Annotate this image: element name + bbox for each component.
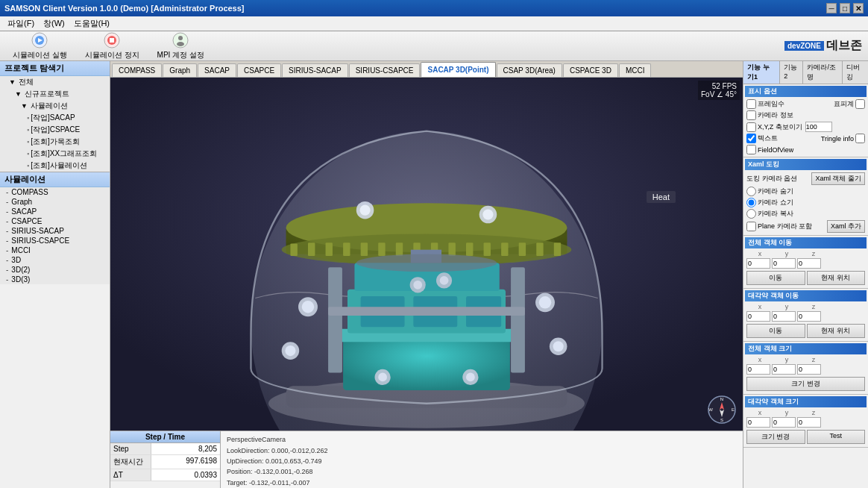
target-move-y[interactable] bbox=[772, 311, 796, 322]
object-size-button[interactable]: 크기 변경 bbox=[746, 377, 865, 391]
svg-text:W: W bbox=[708, 407, 713, 412]
target-move-current-button[interactable]: 현재 위치 bbox=[807, 324, 866, 338]
object-size-y[interactable] bbox=[772, 364, 796, 375]
right-tab-debug[interactable]: 디버깅 bbox=[843, 61, 868, 84]
object-move-y[interactable] bbox=[772, 258, 796, 269]
target-size-y[interactable] bbox=[772, 417, 796, 428]
xaml-add-button[interactable]: Xaml 추가 bbox=[827, 220, 865, 233]
close-button[interactable]: ✕ bbox=[853, 3, 864, 13]
simlist-panel-header[interactable]: 사뮬레이션 bbox=[0, 172, 110, 187]
target-move-z[interactable] bbox=[797, 311, 821, 322]
simlist-item-graph[interactable]: - Graph bbox=[0, 197, 110, 207]
mpi-settings-label: MPI 계정 설정 bbox=[157, 50, 204, 60]
simlist-item-sirius-csapce[interactable]: - SIRIUS-CSAPCE bbox=[0, 236, 110, 245]
osy-header: y bbox=[773, 356, 800, 363]
coord-header-obj-size: x y z bbox=[745, 356, 867, 363]
menu-file[interactable]: 파일(F) bbox=[3, 18, 39, 29]
object-move-current-button[interactable]: 현재 위치 bbox=[807, 271, 866, 285]
checkbox-framerate-input[interactable] bbox=[746, 99, 756, 109]
simlist-item-3d2[interactable]: - 3D(2) bbox=[0, 265, 110, 275]
delta-value: 0.0393 bbox=[151, 469, 220, 481]
menu-window[interactable]: 창(W) bbox=[39, 18, 69, 29]
simlist-3d3-label: 3D(3) bbox=[11, 275, 30, 284]
checkbox-xyz-label: X,Y,Z 축보이기 bbox=[758, 122, 802, 132]
scene-svg: Heat bbox=[110, 78, 743, 431]
simlist-item-3d3[interactable]: - 3D(3) bbox=[0, 275, 110, 284]
tz-header: z bbox=[800, 303, 827, 310]
menu-help[interactable]: 도움말(H) bbox=[69, 18, 114, 29]
svg-rect-41 bbox=[511, 267, 525, 372]
tree-leaf-icon-view2: ▪ bbox=[27, 150, 29, 157]
object-move-title: 전체 객체 이동 bbox=[745, 237, 867, 248]
target-size-z[interactable] bbox=[797, 417, 821, 428]
simlist-item-3d[interactable]: - 3D bbox=[0, 255, 110, 265]
mpi-settings-button[interactable]: MPI 계정 설정 bbox=[151, 29, 211, 63]
object-size-x[interactable] bbox=[746, 364, 770, 375]
tab-mcci[interactable]: MCCI bbox=[619, 63, 652, 77]
tree-item-sacap[interactable]: ▪ [작업]SACAP bbox=[0, 112, 110, 124]
title-bar-controls[interactable]: ─ □ ✕ bbox=[826, 3, 864, 13]
currenttime-label: 현재시간 bbox=[110, 455, 151, 469]
target-size-test-button[interactable]: Test bbox=[807, 430, 866, 444]
simlist-item-sirius-sacap[interactable]: - SIRIUS-SACAP bbox=[0, 226, 110, 236]
target-size-x[interactable] bbox=[746, 417, 770, 428]
svg-point-62 bbox=[466, 373, 475, 382]
object-move-z[interactable] bbox=[797, 258, 821, 269]
step-time-header: Step / Time bbox=[110, 431, 220, 443]
sim-run-button[interactable]: 시뮬레이션 실행 bbox=[6, 29, 74, 63]
radio-hide-camera-label: 카메라 숨기 bbox=[758, 187, 793, 196]
tab-sirius-csapce[interactable]: SIRIUS-CSAPCE bbox=[349, 63, 421, 77]
viewport[interactable]: 52 FPS FoV ∠ 45° bbox=[110, 78, 743, 431]
tree-item-new-project[interactable]: ▼ 신규프로젝트 bbox=[0, 88, 110, 100]
tree-item-cspace[interactable]: ▪ [작업]CSPACE bbox=[0, 124, 110, 136]
maximize-button[interactable]: □ bbox=[840, 3, 850, 13]
tab-sacap-3d-point[interactable]: SACAP 3D(Point) bbox=[421, 62, 495, 77]
tab-graph[interactable]: Graph bbox=[163, 63, 197, 77]
tree-root[interactable]: ▼ 전체 bbox=[0, 76, 110, 88]
object-move-button[interactable]: 이동 bbox=[746, 271, 805, 285]
tree-item-view2[interactable]: ▪ [조회]XX그래프조회 bbox=[0, 148, 110, 160]
object-size-z[interactable] bbox=[797, 364, 821, 375]
simlist-item-mcci[interactable]: - MCCI bbox=[0, 245, 110, 255]
right-tab-2[interactable]: 기능2 bbox=[780, 61, 803, 84]
target-size-coords bbox=[745, 416, 867, 428]
target-move-x[interactable] bbox=[746, 311, 770, 322]
checkbox-surface-input[interactable] bbox=[855, 99, 865, 109]
tab-cspace-3d[interactable]: CSPACE 3D bbox=[563, 63, 618, 77]
right-tab-camera[interactable]: 카메라/조명 bbox=[803, 61, 843, 84]
checkbox-camerainfo-input[interactable] bbox=[746, 110, 756, 120]
tab-compass[interactable]: COMPASS bbox=[112, 63, 162, 77]
tree-item-simulation[interactable]: ▼ 사뮬레이션 bbox=[0, 100, 110, 112]
checkbox-xyz: X,Y,Z 축보이기 bbox=[745, 121, 867, 133]
tab-sirius-sacap[interactable]: SIRIUS-SACAP bbox=[282, 63, 348, 77]
right-tab-1[interactable]: 기능 누기1 bbox=[743, 61, 780, 84]
radio-copy-camera-input[interactable] bbox=[746, 209, 756, 219]
project-panel-header[interactable]: 프로젝트 탐색기 bbox=[0, 61, 110, 76]
tab-sacap[interactable]: SACAP bbox=[198, 63, 236, 77]
svg-rect-42 bbox=[328, 307, 525, 316]
tree-item-view1[interactable]: ▪ [조회]가목조회 bbox=[0, 136, 110, 148]
radio-hide-camera-input[interactable] bbox=[746, 187, 756, 196]
object-move-x[interactable] bbox=[746, 258, 770, 269]
radio-show-camera-input[interactable] bbox=[746, 198, 756, 207]
tab-csap-3d-area[interactable]: CSAP 3D(Area) bbox=[497, 63, 562, 77]
checkbox-xyz-input[interactable] bbox=[746, 122, 756, 132]
target-move-button[interactable]: 이동 bbox=[746, 324, 805, 338]
sim-stop-button[interactable]: 시뮬레이션 정지 bbox=[78, 29, 146, 63]
tree-item-view3[interactable]: ▪ [조회]사뮬레이션 bbox=[0, 160, 110, 172]
xaml-remove-button[interactable]: Xaml 객체 줄기 bbox=[811, 172, 865, 185]
xyz-value-input[interactable] bbox=[805, 122, 832, 132]
svg-point-8 bbox=[177, 42, 184, 46]
checkbox-fov-input[interactable] bbox=[746, 145, 756, 154]
tab-csapce[interactable]: CSAPCE bbox=[237, 63, 281, 77]
simlist-item-csapce[interactable]: - CSAPCE bbox=[0, 216, 110, 226]
checkbox-tringle-input[interactable] bbox=[855, 134, 865, 143]
plane-camera-checkbox[interactable] bbox=[746, 222, 756, 231]
checkbox-text-input[interactable] bbox=[746, 134, 756, 143]
simlist-item-sacap[interactable]: - SACAP bbox=[0, 207, 110, 216]
simlist-item-compass[interactable]: - COMPASS bbox=[0, 187, 110, 197]
tree-leaf-icon-view3: ▪ bbox=[27, 162, 29, 169]
minimize-button[interactable]: ─ bbox=[826, 3, 837, 13]
target-size-button[interactable]: 크기 변경 bbox=[746, 430, 805, 444]
radio-copy-camera: 카메라 복사 bbox=[745, 208, 867, 219]
